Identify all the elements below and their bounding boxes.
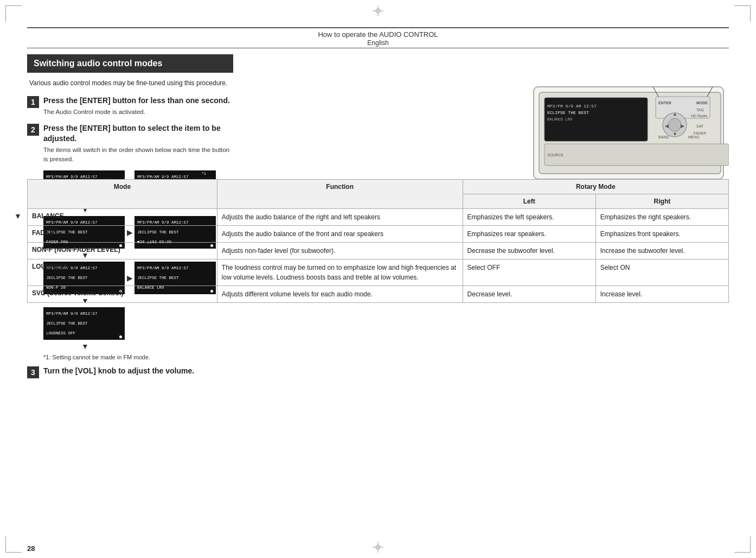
step-3-heading: Turn the [VOL] knob to adjust the volume… <box>43 366 233 376</box>
step-1: 1 Press the [ENTER] button for less than… <box>27 96 233 117</box>
svg-text:BALANCE LR0: BALANCE LR0 <box>547 117 572 122</box>
step-1-number: 1 <box>27 96 39 108</box>
section-heading: Switching audio control modes <box>27 54 233 73</box>
header-title: How to operate the AUDIO CONTROL <box>27 30 729 39</box>
main-content: Switching audio control modes Various au… <box>27 54 729 531</box>
mode-table: Mode Function Rotary Mode Left Right BAL… <box>27 179 729 303</box>
intro-text: Various audio control modes may be fine-… <box>27 78 233 88</box>
svg-text:▲: ▲ <box>672 111 677 117</box>
corner-mark-br <box>734 536 751 553</box>
col-header-function: Function <box>217 180 463 209</box>
step-2-number: 2 <box>27 124 39 136</box>
table-row: BALANCEAdjusts the audio balance of the … <box>28 209 729 226</box>
svg-text:FADER: FADER <box>694 131 706 135</box>
step-2-heading: Press the [ENTER] button to select the i… <box>43 123 233 143</box>
footnote: *1: Setting cannot be made in FM mode. <box>43 354 233 360</box>
function-cell: Adjusts different volume levels for each… <box>217 286 463 303</box>
svg-text:▶: ▶ <box>681 123 684 129</box>
table-row: NON-F (NON-FADER LEVEL)Adjusts non-fader… <box>28 243 729 259</box>
svg-text:MODE: MODE <box>696 101 708 105</box>
svg-text:HD Radio: HD Radio <box>691 114 707 118</box>
function-cell: Adjusts the audio balance of the right a… <box>217 209 463 226</box>
table-row: FADERAdjusts the audio balance of the fr… <box>28 226 729 243</box>
device-image-area: MP3/FM 9/9 AM 12:57 ECLIPSE THE BEST BAL… <box>528 76 729 190</box>
step-3-content: Turn the [VOL] knob to adjust the volume… <box>43 366 233 378</box>
left-cell: Emphasizes the left speakers. <box>463 209 595 226</box>
device-svg: MP3/FM 9/9 AM 12:57 ECLIPSE THE BEST BAL… <box>528 76 729 190</box>
crosshair-top <box>373 5 383 16</box>
left-cell: Decrease the subwoofer level. <box>463 243 595 259</box>
mode-cell: LOUDNESS <box>28 259 217 286</box>
step-1-desc: The Audio Control mode is activated. <box>43 107 233 117</box>
svg-text:TAG: TAG <box>696 108 704 112</box>
step-1-heading: Press the [ENTER] button for less than o… <box>43 96 233 105</box>
svg-text:ECLIPSE THE BEST: ECLIPSE THE BEST <box>547 110 589 115</box>
svg-point-18 <box>668 118 681 131</box>
function-cell: Adjusts the audio balance of the front a… <box>217 226 463 243</box>
step-3-number: 3 <box>27 366 39 378</box>
table-container: ▼ Mode Function Rotary Mode Left Right B… <box>27 179 729 303</box>
col-header-rotary: Rotary Mode <box>463 180 728 194</box>
crosshair-bottom <box>373 542 383 553</box>
table-row: LOUDNESSThe loudness control may be turn… <box>28 259 729 286</box>
corner-mark-bl <box>5 536 22 553</box>
svg-text:▼: ▼ <box>672 131 677 137</box>
svg-text:SOURCE: SOURCE <box>547 153 563 157</box>
left-cell: Decrease level. <box>463 286 595 303</box>
col-header-right: Right <box>595 194 728 209</box>
function-cell: The loudness control may be turned on to… <box>217 259 463 286</box>
screen-7: MP3/FM/AM 9/9 AM12:57 JECLIPSE THE BEST … <box>43 307 125 340</box>
svg-text:MENU: MENU <box>688 135 700 139</box>
header-bar: How to operate the AUDIO CONTROL English <box>27 27 729 48</box>
table-row: SVC (Source Volume Control)Adjusts diffe… <box>28 286 729 303</box>
table-arrow: ▼ <box>14 212 22 220</box>
right-cell: Emphasizes the right speakers. <box>595 209 728 226</box>
function-cell: Adjusts non-fader level (for subwoofer). <box>217 243 463 259</box>
right-cell: Increase the subwoofer level. <box>595 243 728 259</box>
right-cell: Emphasizes front speakers. <box>595 226 728 243</box>
svg-rect-25 <box>544 144 729 166</box>
step-3: 3 Turn the [VOL] knob to adjust the volu… <box>27 366 233 378</box>
col-header-left: Left <box>463 194 595 209</box>
header-subtitle: English <box>27 39 729 47</box>
corner-mark-tr <box>734 5 751 22</box>
svg-text:MP3/FM  9/9 AM 12:57: MP3/FM 9/9 AM 12:57 <box>547 104 597 109</box>
col-header-mode: Mode <box>28 180 217 209</box>
step-2-content: Press the [ENTER] button to select the i… <box>43 123 233 164</box>
page-number: 28 <box>27 544 35 553</box>
right-cell: Select ON <box>595 259 728 286</box>
mode-cell: NON-F (NON-FADER LEVEL) <box>28 243 217 259</box>
right-cell: Increase level. <box>595 286 728 303</box>
step-2-desc: The items will switch in the order shown… <box>43 145 233 164</box>
svg-text:BAND: BAND <box>658 135 669 139</box>
left-cell: Emphasizes rear speakers. <box>463 226 595 243</box>
mode-cell: SVC (Source Volume Control) <box>28 286 217 303</box>
left-cell: Select OFF <box>463 259 595 286</box>
step-2: 2 Press the [ENTER] button to select the… <box>27 123 233 164</box>
mode-cell: BALANCE <box>28 209 217 226</box>
corner-mark-tl <box>5 5 22 22</box>
mode-cell: FADER <box>28 226 217 243</box>
svg-text:SAT: SAT <box>696 124 704 128</box>
svg-text:◀: ◀ <box>665 123 669 129</box>
svg-text:ENTER: ENTER <box>658 101 671 105</box>
step-1-content: Press the [ENTER] button for less than o… <box>43 96 233 117</box>
